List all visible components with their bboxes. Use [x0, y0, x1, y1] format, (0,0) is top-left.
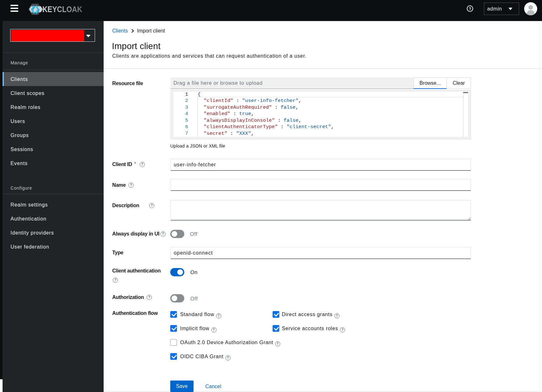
svg-text:?: ? [469, 7, 471, 11]
svg-text:KEYCLOAK: KEYCLOAK [42, 5, 82, 14]
